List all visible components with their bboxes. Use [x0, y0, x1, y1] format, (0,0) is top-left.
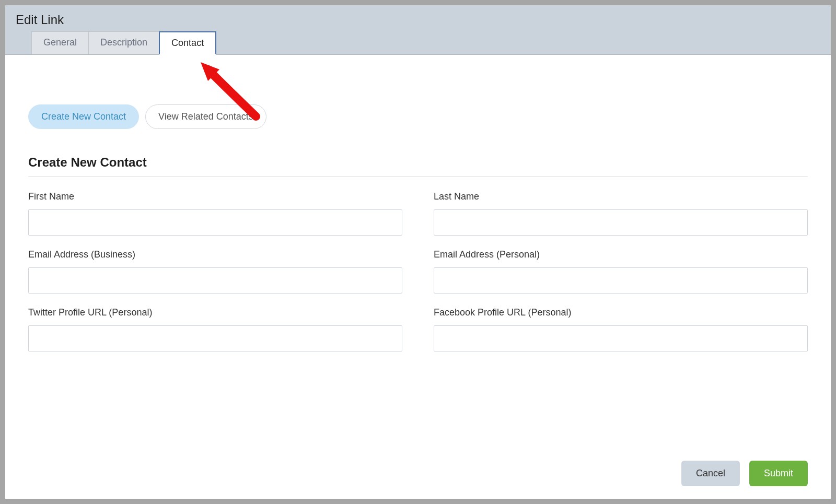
tab-contact[interactable]: Contact [159, 31, 216, 55]
edit-link-dialog: Edit Link General Description Contact Cr… [5, 5, 831, 499]
input-twitter[interactable] [28, 325, 402, 351]
input-first-name[interactable] [28, 209, 402, 236]
field-twitter: Twitter Profile URL (Personal) [28, 307, 402, 351]
tab-description[interactable]: Description [88, 31, 159, 54]
label-email-business: Email Address (Business) [28, 249, 402, 260]
tab-general[interactable]: General [31, 31, 89, 54]
input-email-personal[interactable] [434, 267, 808, 294]
sub-tab-row: Create New Contact View Related Contacts [28, 104, 808, 129]
content-area: Create New Contact View Related Contacts… [5, 55, 831, 367]
section-title: Create New Contact [28, 155, 808, 177]
input-email-business[interactable] [28, 267, 402, 294]
field-email-business: Email Address (Business) [28, 249, 402, 294]
label-email-personal: Email Address (Personal) [434, 249, 808, 260]
label-facebook: Facebook Profile URL (Personal) [434, 307, 808, 318]
label-first-name: First Name [28, 191, 402, 202]
label-last-name: Last Name [434, 191, 808, 202]
field-facebook: Facebook Profile URL (Personal) [434, 307, 808, 351]
field-first-name: First Name [28, 191, 402, 236]
input-last-name[interactable] [434, 209, 808, 236]
dialog-title: Edit Link [5, 5, 831, 31]
pill-view-related-contacts[interactable]: View Related Contacts [145, 104, 266, 129]
field-last-name: Last Name [434, 191, 808, 236]
dialog-header: Edit Link General Description Contact [5, 5, 831, 55]
dialog-footer: Cancel Submit [681, 461, 808, 486]
input-facebook[interactable] [434, 325, 808, 351]
cancel-button[interactable]: Cancel [681, 461, 740, 486]
field-email-personal: Email Address (Personal) [434, 249, 808, 294]
tab-bar: General Description Contact [5, 31, 831, 54]
pill-create-new-contact[interactable]: Create New Contact [28, 104, 139, 129]
submit-button[interactable]: Submit [749, 461, 808, 486]
form-grid: First Name Last Name Email Address (Busi… [28, 191, 808, 351]
label-twitter: Twitter Profile URL (Personal) [28, 307, 402, 318]
